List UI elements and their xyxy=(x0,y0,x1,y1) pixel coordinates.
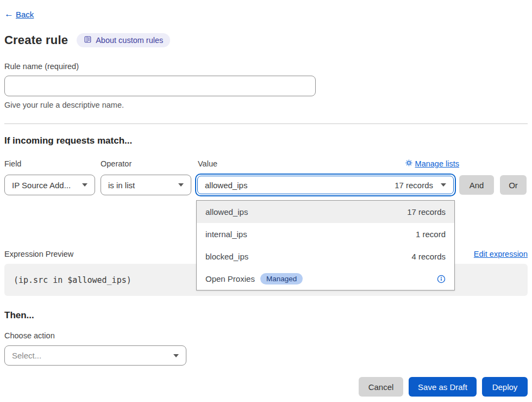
operator-select-value: is in list xyxy=(108,181,135,190)
action-select[interactable]: Select... xyxy=(4,345,186,366)
edit-expression-link[interactable]: Edit expression xyxy=(474,250,528,258)
list-option-internal-ips[interactable]: internal_ips 1 record xyxy=(197,223,454,245)
about-custom-rules-label: About custom rules xyxy=(96,36,163,45)
operator-select[interactable]: is in list xyxy=(101,175,191,195)
rule-name-input[interactable] xyxy=(4,76,316,96)
field-label: Field xyxy=(4,159,101,168)
choose-action-label: Choose action xyxy=(4,331,528,340)
rule-name-helper-text: Give your rule a descriptive name. xyxy=(4,101,528,109)
and-button[interactable]: And xyxy=(459,175,494,195)
value-select[interactable]: allowed_ips 17 records xyxy=(195,174,456,196)
value-label: Value xyxy=(198,159,217,168)
action-select-placeholder: Select... xyxy=(12,351,41,360)
info-icon[interactable] xyxy=(437,275,446,283)
list-option-records: 4 records xyxy=(411,252,446,261)
list-option-open-proxies[interactable]: Open Proxies Managed xyxy=(197,268,454,290)
or-button[interactable]: Or xyxy=(500,175,527,195)
list-option-name: Open Proxies xyxy=(205,274,255,283)
book-icon xyxy=(84,35,92,45)
section-divider xyxy=(4,123,528,124)
list-option-name: internal_ips xyxy=(205,230,247,239)
footer-actions: Cancel Save as Draft Deploy xyxy=(4,377,528,397)
list-option-allowed-ips[interactable]: allowed_ips 17 records xyxy=(197,201,454,223)
operator-label: Operator xyxy=(101,159,195,168)
managed-badge: Managed xyxy=(260,273,303,285)
list-dropdown-panel: allowed_ips 17 records internal_ips 1 re… xyxy=(196,200,455,290)
condition-row: IP Source Add... is in list allowed_ips … xyxy=(4,174,528,196)
chevron-down-icon xyxy=(173,354,179,357)
deploy-button[interactable]: Deploy xyxy=(482,377,528,397)
manage-lists-link[interactable]: Manage lists xyxy=(405,159,459,168)
match-section-heading: If incoming requests match... xyxy=(4,135,528,146)
field-select[interactable]: IP Source Add... xyxy=(4,175,95,195)
chevron-down-icon xyxy=(441,183,446,187)
gear-icon xyxy=(405,159,412,168)
back-link-label: Back xyxy=(16,10,34,19)
list-option-name: allowed_ips xyxy=(205,207,248,217)
create-rule-page: ← Back Create rule About custom rules Ru… xyxy=(0,0,532,397)
list-option-records: 1 record xyxy=(416,230,446,239)
back-link[interactable]: ← Back xyxy=(4,9,34,20)
condition-labels-row: Field Operator Value Manage lists xyxy=(4,159,528,168)
value-select-records: 17 records xyxy=(395,181,433,190)
chevron-down-icon xyxy=(82,183,87,187)
rule-name-label: Rule name (required) xyxy=(4,62,528,71)
field-select-value: IP Source Add... xyxy=(12,181,71,190)
cancel-button[interactable]: Cancel xyxy=(359,377,403,397)
save-as-draft-button[interactable]: Save as Draft xyxy=(409,377,477,397)
expression-preview-label: Expression Preview xyxy=(4,250,73,258)
list-option-name: blocked_ips xyxy=(205,252,248,261)
expression-code: (ip.src in $allowed_ips) xyxy=(14,275,132,285)
title-row: Create rule About custom rules xyxy=(4,33,528,47)
value-column: allowed_ips 17 records allowed_ips 17 re… xyxy=(195,174,456,196)
page-title: Create rule xyxy=(4,33,68,47)
back-arrow-icon: ← xyxy=(4,9,14,20)
value-select-name: allowed_ips xyxy=(205,181,247,190)
list-option-records: 17 records xyxy=(407,207,446,217)
chevron-down-icon xyxy=(178,183,184,187)
manage-lists-label: Manage lists xyxy=(415,159,459,168)
about-custom-rules-link[interactable]: About custom rules xyxy=(77,33,170,47)
then-section-heading: Then... xyxy=(4,310,528,321)
list-option-blocked-ips[interactable]: blocked_ips 4 records xyxy=(197,245,454,268)
